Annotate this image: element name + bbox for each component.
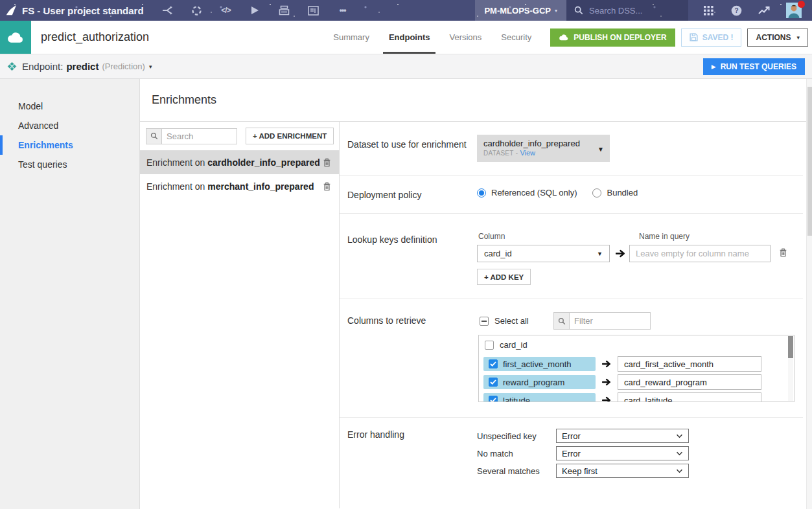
column-rename-input[interactable] — [618, 392, 761, 402]
cloud-icon — [559, 34, 569, 41]
lab-icon[interactable] — [191, 5, 203, 16]
delete-enrichment-icon[interactable] — [323, 158, 331, 167]
column-rename-input[interactable] — [618, 374, 761, 390]
lookup-keys-label: Lookup keys definition — [347, 234, 437, 245]
scrollbar-thumb[interactable] — [788, 336, 793, 358]
radio-referenced-sql-only[interactable]: Referenced (SQL only) — [477, 188, 577, 198]
enrichment-list-item[interactable]: Enrichment on merchant_info_prepared — [140, 174, 339, 198]
unchecked-checkbox-icon[interactable] — [485, 341, 494, 350]
tab-security[interactable]: Security — [491, 21, 541, 54]
endpoint-label: Endpoint: — [22, 61, 63, 72]
enrichment-search[interactable] — [146, 128, 237, 144]
chevron-down-icon: ▾ — [149, 63, 152, 70]
dataset-select-value: cardholder_info_prepared — [483, 139, 594, 148]
columns-list-scrollbar[interactable] — [788, 336, 793, 401]
columns-list: card_id first_active_month — [478, 335, 795, 402]
sidebar-item-test-queries[interactable]: Test queries — [0, 155, 139, 174]
actions-button[interactable]: ACTIONS ▾ — [747, 28, 808, 47]
dashboard-icon[interactable] — [308, 5, 319, 16]
deployment-policy-label: Deployment policy — [347, 190, 421, 200]
dataset-view-link[interactable]: View — [520, 149, 535, 157]
search-input[interactable] — [589, 6, 673, 16]
enrichment-search-input[interactable] — [162, 131, 237, 141]
radio-selected-icon — [477, 188, 486, 198]
user-avatar[interactable] — [786, 3, 803, 18]
code-icon[interactable]: </> — [220, 5, 232, 16]
endpoint-name: predict — [66, 61, 99, 72]
several-matches-select[interactable]: Keep first — [556, 464, 689, 478]
radio-bundled[interactable]: Bundled — [592, 188, 638, 198]
column-row-latitude: latitude — [483, 392, 761, 402]
play-icon[interactable] — [249, 5, 261, 16]
lookup-column-select[interactable]: card_id ▼ — [477, 245, 610, 262]
selected-column-pill[interactable]: latitude — [483, 393, 596, 402]
no-match-select[interactable]: Error — [556, 446, 689, 460]
trend-icon[interactable] — [758, 5, 770, 16]
search-icon — [574, 6, 583, 15]
publish-on-deployer-button[interactable]: PUBLISH ON DEPLOYER — [550, 28, 675, 47]
enrichment-list-item[interactable]: Enrichment on cardholder_info_prepared — [140, 150, 339, 174]
run-test-queries-button[interactable]: ▶ RUN TEST QUERIES — [703, 58, 805, 75]
help-icon[interactable]: ? — [730, 5, 742, 16]
object-header: predict_authorization Summary Endpoints … — [0, 21, 812, 54]
deployment-policy-section: Deployment policy Referenced (SQL only) … — [340, 176, 803, 214]
tab-summary[interactable]: Summary — [323, 21, 379, 54]
column-rename-input[interactable] — [618, 356, 761, 372]
enrichment-item-prefix: Enrichment on — [146, 181, 205, 192]
flow-icon[interactable] — [162, 5, 174, 16]
topbar-right-icons: ? — [702, 3, 803, 18]
no-match-label: No match — [477, 449, 556, 458]
enrichment-item-prefix: Enrichment on — [146, 157, 205, 168]
sidebar-item-enrichments[interactable]: Enrichments — [0, 135, 139, 155]
save-icon — [690, 33, 698, 41]
enrichments-panel: Enrichments + ADD ENRICHMENT — [139, 79, 812, 509]
delete-enrichment-icon[interactable] — [323, 182, 331, 191]
chevron-down-icon: ▾ — [796, 34, 800, 41]
checked-checkbox-icon[interactable] — [489, 359, 498, 368]
sidebar-item-advanced[interactable]: Advanced — [0, 116, 139, 135]
unspecified-key-select[interactable]: Error — [556, 429, 689, 443]
columns-filter-input[interactable] — [570, 316, 644, 326]
tab-endpoints[interactable]: Endpoints — [379, 21, 440, 54]
enrichment-item-dataset: merchant_info_prepared — [207, 181, 314, 192]
chevron-down-icon — [676, 469, 683, 473]
saved-button[interactable]: SAVED ! — [681, 28, 742, 47]
api-service-tile[interactable] — [0, 21, 31, 54]
columns-filter[interactable] — [553, 312, 651, 330]
delete-key-icon[interactable] — [779, 248, 787, 257]
lookup-name-input[interactable] — [629, 245, 771, 262]
dataset-select[interactable]: cardholder_info_prepared DATASET - View … — [477, 135, 610, 162]
tab-versions[interactable]: Versions — [439, 21, 491, 54]
app-window: FS - User project standard </> ••• PM-ML… — [0, 0, 812, 509]
page-scrollbar[interactable] — [806, 79, 812, 509]
dataiku-logo[interactable] — [0, 5, 22, 16]
checked-checkbox-icon[interactable] — [489, 396, 498, 402]
jobs-icon[interactable] — [279, 5, 290, 16]
enrichment-list-panel: + ADD ENRICHMENT Enrichment on cardholde… — [140, 122, 340, 508]
project-selector[interactable]: PM-MLOPS-GCP ▾ — [475, 0, 566, 21]
dataset-section: Dataset to use for enrichment cardholder… — [340, 122, 803, 176]
scrollbar-thumb[interactable] — [807, 87, 812, 236]
several-matches-label: Several matches — [477, 466, 556, 476]
checked-checkbox-icon[interactable] — [489, 378, 498, 387]
chevron-down-icon: ▼ — [597, 146, 604, 153]
enrichment-form: Dataset to use for enrichment cardholder… — [340, 122, 812, 508]
sidebar-item-model[interactable]: Model — [0, 96, 139, 116]
selected-column-pill[interactable]: reward_program — [483, 375, 596, 389]
endpoint-type: (Prediction) — [102, 62, 145, 71]
enrichment-item-dataset: cardholder_info_prepared — [207, 157, 320, 168]
add-enrichment-button[interactable]: + ADD ENRICHMENT — [246, 128, 334, 144]
chevron-down-icon — [676, 451, 683, 456]
dataset-kind: DATASET — [483, 150, 514, 157]
radio-unselected-icon — [592, 188, 601, 198]
more-icon[interactable]: ••• — [337, 5, 349, 16]
add-key-button[interactable]: + ADD KEY — [477, 269, 531, 285]
global-search[interactable] — [566, 0, 688, 21]
selected-column-pill[interactable]: first_active_month — [483, 357, 596, 371]
endpoint-selector[interactable]: Endpoint: predict (Prediction) ▾ — [22, 61, 152, 72]
apps-grid-icon[interactable] — [702, 5, 714, 16]
maps-to-arrow-icon — [602, 360, 611, 368]
select-all-checkbox[interactable]: Select all — [480, 312, 529, 330]
search-icon — [146, 129, 162, 144]
column-row-card-id[interactable]: card_id — [485, 340, 528, 350]
